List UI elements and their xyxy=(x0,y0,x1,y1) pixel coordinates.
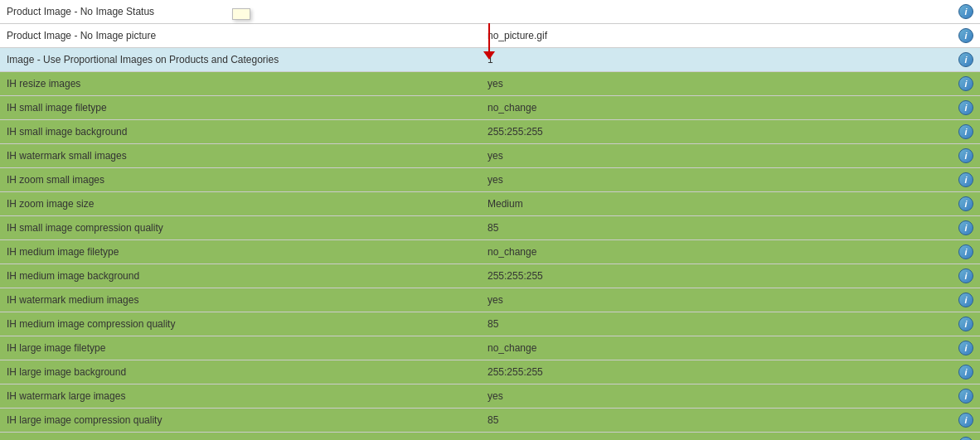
row-icon-cell: i xyxy=(952,24,980,48)
info-icon[interactable]: i xyxy=(958,28,973,43)
info-icon[interactable]: i xyxy=(958,268,973,283)
row-setting-value: no_picture.gif xyxy=(481,24,952,48)
row-setting-name: IH large image maximum width xyxy=(0,433,481,441)
row-setting-name: IH small image compression quality xyxy=(0,216,481,240)
row-setting-value: 750 xyxy=(481,433,952,441)
row-icon-cell: i xyxy=(952,409,980,433)
row-setting-value: 85 xyxy=(481,312,952,336)
info-icon[interactable]: i xyxy=(958,76,973,91)
arrow-head xyxy=(483,51,495,60)
tooltip-box xyxy=(232,8,250,20)
table-row: IH small image background255:255:255i xyxy=(0,120,980,144)
page-container: Product Image - No Image StatusiProduct … xyxy=(0,0,980,440)
row-setting-name: IH large image compression quality xyxy=(0,409,481,433)
info-icon[interactable]: i xyxy=(958,389,973,404)
row-setting-name: Image - Use Proportional Images on Produ… xyxy=(0,48,481,72)
row-setting-name: IH watermark small images xyxy=(0,144,481,168)
row-setting-name: Product Image - No Image picture xyxy=(0,24,481,48)
row-icon-cell: i xyxy=(952,384,980,409)
table-row: IH watermark small imagesyesi xyxy=(0,144,980,168)
table-row: IH zoom small imagesyesi xyxy=(0,168,980,192)
table-row: IH medium image filetypeno_changei xyxy=(0,240,980,264)
row-setting-name: IH medium image background xyxy=(0,264,481,288)
arrow-line xyxy=(488,23,490,55)
row-setting-value: no_change xyxy=(481,240,952,264)
row-icon-cell: i xyxy=(952,48,980,72)
row-setting-name: IH zoom small images xyxy=(0,168,481,192)
table-row: IH watermark large imagesyesi xyxy=(0,384,980,409)
row-setting-name: IH medium image compression quality xyxy=(0,312,481,336)
row-icon-cell: i xyxy=(952,192,980,216)
info-icon[interactable]: i xyxy=(958,148,973,163)
row-setting-value: 255:255:255 xyxy=(481,120,952,144)
table-row: IH zoom image sizeMediumi xyxy=(0,192,980,216)
table-row: IH watermark medium imagesyesi xyxy=(0,288,980,312)
row-setting-name: IH zoom image size xyxy=(0,192,481,216)
info-icon[interactable]: i xyxy=(958,244,973,259)
info-icon[interactable]: i xyxy=(958,293,973,307)
row-icon-cell: i xyxy=(952,120,980,144)
row-icon-cell: i xyxy=(952,433,980,441)
table-row: IH small image filetypeno_changei xyxy=(0,96,980,120)
row-setting-value: yes xyxy=(481,288,952,312)
info-icon[interactable]: i xyxy=(958,196,973,211)
row-setting-value: yes xyxy=(481,384,952,409)
table-row: IH large image filetypeno_changei xyxy=(0,336,980,360)
row-setting-value: 85 xyxy=(481,409,952,433)
row-icon-cell: i xyxy=(952,96,980,120)
info-icon[interactable]: i xyxy=(958,4,973,19)
row-setting-value: yes xyxy=(481,168,952,192)
row-icon-cell: i xyxy=(952,312,980,336)
row-icon-cell: i xyxy=(952,144,980,168)
table-row: IH large image compression quality85i xyxy=(0,409,980,433)
row-setting-name: IH large image background xyxy=(0,360,481,384)
row-icon-cell: i xyxy=(952,288,980,312)
row-setting-name: IH watermark large images xyxy=(0,384,481,409)
table-row: IH medium image compression quality85i xyxy=(0,312,980,336)
table-row: Product Image - No Image pictureno_pictu… xyxy=(0,24,980,48)
row-setting-name: IH small image filetype xyxy=(0,96,481,120)
row-icon-cell: i xyxy=(952,336,980,360)
info-icon[interactable]: i xyxy=(958,172,973,187)
row-setting-value: 255:255:255 xyxy=(481,264,952,288)
table-row: IH large image maximum width750i xyxy=(0,433,980,441)
row-setting-value: yes xyxy=(481,144,952,168)
row-icon-cell: i xyxy=(952,360,980,384)
row-setting-value: yes xyxy=(481,72,952,96)
row-setting-value xyxy=(481,0,952,24)
row-setting-name: IH large image filetype xyxy=(0,336,481,360)
row-setting-name: IH medium image filetype xyxy=(0,240,481,264)
row-icon-cell: i xyxy=(952,240,980,264)
row-setting-value: 85 xyxy=(481,216,952,240)
table-row: IH large image background255:255:255i xyxy=(0,360,980,384)
info-icon[interactable]: i xyxy=(958,413,973,428)
settings-table: Product Image - No Image StatusiProduct … xyxy=(0,0,980,440)
row-setting-name: IH watermark medium images xyxy=(0,288,481,312)
row-icon-cell: i xyxy=(952,216,980,240)
info-icon[interactable]: i xyxy=(958,124,973,139)
row-icon-cell: i xyxy=(952,72,980,96)
row-setting-value: Medium xyxy=(481,192,952,216)
row-setting-name: IH resize images xyxy=(0,72,481,96)
info-icon[interactable]: i xyxy=(958,437,973,440)
table-row: Product Image - No Image Statusi xyxy=(0,0,980,24)
row-icon-cell: i xyxy=(952,264,980,288)
row-setting-value: 255:255:255 xyxy=(481,360,952,384)
table-row: IH small image compression quality85i xyxy=(0,216,980,240)
info-icon[interactable]: i xyxy=(958,365,973,380)
row-setting-name: IH small image background xyxy=(0,120,481,144)
row-setting-value: no_change xyxy=(481,336,952,360)
info-icon[interactable]: i xyxy=(958,52,973,67)
table-row: IH medium image background255:255:255i xyxy=(0,264,980,288)
info-icon[interactable]: i xyxy=(958,100,973,115)
row-setting-value: 1 xyxy=(481,48,952,72)
info-icon[interactable]: i xyxy=(958,317,973,331)
info-icon[interactable]: i xyxy=(958,341,973,355)
row-icon-cell: i xyxy=(952,0,980,24)
table-row: IH resize imagesyesi xyxy=(0,72,980,96)
row-icon-cell: i xyxy=(952,168,980,192)
info-icon[interactable]: i xyxy=(958,220,973,235)
row-setting-value: no_change xyxy=(481,96,952,120)
